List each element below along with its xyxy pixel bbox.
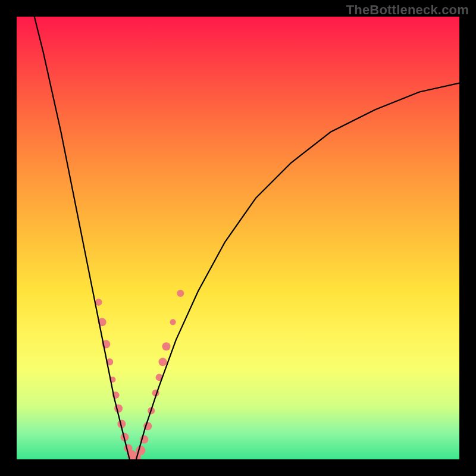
data-marker [159,358,167,366]
chart-frame: TheBottleneck.com [0,0,476,476]
chart-plot-area [17,17,459,459]
watermark-text: TheBottleneck.com [346,2,469,18]
markers-group [95,290,184,459]
data-marker [170,319,176,325]
curve-right-curve [136,83,459,459]
data-marker [177,290,184,297]
chart-svg [17,17,459,459]
curves-group [35,17,459,459]
data-marker [162,342,170,350]
